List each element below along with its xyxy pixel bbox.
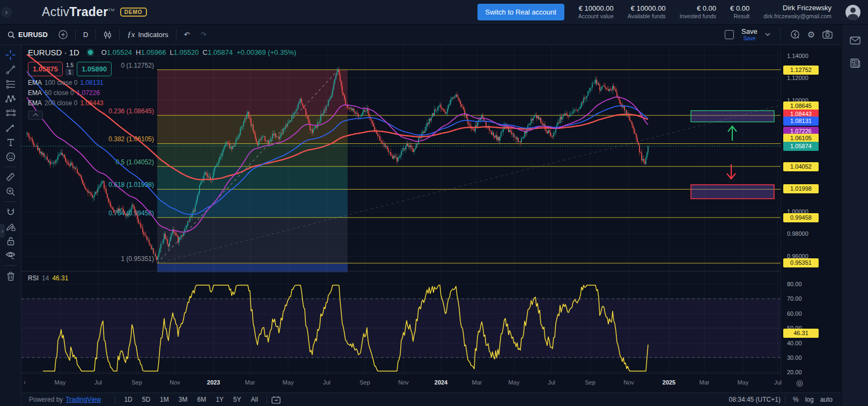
- time-axis-label: Mar: [472, 379, 482, 386]
- ema-legend-row[interactable]: EMA200 close 01.08443: [28, 99, 296, 107]
- demand-zone-box: [691, 185, 774, 199]
- news-icon[interactable]: [842, 54, 868, 72]
- indicator-legend: EMA100 close 01.08131EMA50 close 01.0722…: [28, 79, 296, 107]
- price-axis[interactable]: ◎ 1.140001.120001.100001.000000.980000.9…: [781, 45, 841, 393]
- layout-checkbox-icon[interactable]: [725, 30, 734, 39]
- rsi-legend[interactable]: RSI 14 46.31: [28, 274, 68, 282]
- chart-legend: EURUSD · 1D O1.05524H1.05966L1.05520C1.0…: [28, 48, 296, 120]
- projection-tool[interactable]: [3, 106, 19, 120]
- trash-tool[interactable]: [3, 269, 19, 283]
- alert-clock-icon[interactable]: [790, 30, 800, 39]
- camera-snapshot-icon[interactable]: [822, 30, 833, 39]
- indicators-button[interactable]: ƒx Indicators: [122, 27, 174, 42]
- price-badge: 1.04052: [783, 162, 819, 171]
- percent-scale-button[interactable]: %: [790, 395, 802, 404]
- go-to-date-icon[interactable]: [271, 396, 281, 404]
- time-axis[interactable]: ‹ MayJulSepNov2023MarMayJulSepNov2024Mar…: [21, 373, 781, 393]
- ruler-tool[interactable]: [3, 170, 19, 184]
- stat-value: € 0.00: [697, 4, 716, 13]
- axis-tick: 0.98000: [787, 230, 808, 237]
- axis-tick: 1.14000: [787, 53, 808, 59]
- time-axis-label: Sep: [131, 379, 142, 386]
- legend-collapse-button[interactable]: [28, 111, 43, 120]
- magnet-tool[interactable]: [3, 205, 19, 219]
- crosshair-tool[interactable]: [3, 48, 19, 62]
- time-axis-label: Jul: [774, 379, 782, 386]
- axis-tick: 1.12000: [787, 75, 808, 81]
- auto-scale-button[interactable]: auto: [817, 395, 836, 404]
- compare-add-button[interactable]: [53, 27, 73, 42]
- log-scale-button[interactable]: log: [802, 395, 817, 404]
- time-axis-label: Mar: [700, 379, 710, 386]
- bottom-panel-collapse-icon[interactable]: ‹: [24, 379, 26, 386]
- time-axis-label: Sep: [585, 379, 595, 386]
- mail-envelope-icon[interactable]: [842, 31, 868, 49]
- user-info[interactable]: Dirk Friczewsky dirk.friczewsky@gmail.co…: [763, 4, 832, 20]
- bottom-toolbar: Powered by TradingView 1D5D1M3M6M1Y5YAll…: [21, 393, 841, 406]
- toolbar-divider: [5, 265, 17, 266]
- range-button-5d[interactable]: 5D: [138, 395, 155, 404]
- fib-retracement-tool[interactable]: [3, 77, 19, 91]
- xabcd-pattern-tool[interactable]: [3, 91, 19, 106]
- emoji-tool[interactable]: [3, 149, 19, 164]
- axis-tick: 30.00: [787, 354, 802, 361]
- chart-area[interactable]: 0 (1.12752)0.236 (1.08645)0.382 (1.06105…: [21, 45, 781, 373]
- chevron-down-icon[interactable]: [765, 33, 770, 36]
- range-button-all[interactable]: All: [247, 395, 262, 404]
- price-badge: 1.01998: [783, 184, 819, 193]
- range-button-1m[interactable]: 1M: [156, 395, 173, 404]
- ohlc-values: O1.05524H1.05966L1.05520C1.05874+0.00369…: [101, 48, 296, 56]
- drawing-lock-tool[interactable]: [3, 219, 19, 234]
- switch-to-real-button[interactable]: Switch to Real account: [477, 4, 564, 20]
- time-axis-label: May: [738, 379, 749, 386]
- activtrader-app: › ActivTraderTM DEMO Switch to Real acco…: [0, 0, 868, 406]
- trend-line-tool[interactable]: [3, 62, 19, 77]
- ema-legend-row[interactable]: EMA100 close 01.08131: [28, 79, 296, 86]
- candles-icon: [104, 31, 112, 39]
- timeframe-button[interactable]: D: [78, 27, 93, 42]
- time-axis-label: 2024: [435, 379, 447, 386]
- time-axis-label: Nov: [398, 379, 409, 386]
- chart-toolbar: EURUSD D ƒx Indicators ↶ ↷ Save Save: [0, 25, 841, 45]
- watchlist-expand-handle[interactable]: ›: [0, 224, 5, 238]
- range-button-1y[interactable]: 1Y: [211, 395, 228, 404]
- settings-gear-icon[interactable]: ⚙: [807, 30, 815, 40]
- range-button-6m[interactable]: 6M: [193, 395, 210, 404]
- logo-text: Activ: [42, 5, 69, 19]
- time-axis-label: May: [509, 379, 520, 386]
- legend-symbol[interactable]: EURUSD · 1D: [28, 48, 79, 57]
- range-button-1d[interactable]: 1D: [120, 395, 136, 404]
- chart-style-button[interactable]: [98, 27, 117, 42]
- tradingview-link[interactable]: TradingView: [65, 396, 101, 403]
- symbol-search[interactable]: EURUSD: [2, 27, 53, 42]
- sell-button[interactable]: 1.05875: [28, 62, 63, 76]
- ema-legend-row[interactable]: EMA50 close 01.07226: [28, 89, 296, 97]
- range-button-3m[interactable]: 3M: [174, 395, 192, 404]
- rsi-value: 46.31: [52, 274, 68, 282]
- undo-icon: ↶: [184, 31, 190, 39]
- save-layout-button[interactable]: Save Save: [741, 28, 757, 41]
- arrow-marker-tool[interactable]: [3, 120, 19, 135]
- change-value: +0.00369 (+0.35%): [237, 48, 296, 56]
- user-avatar-icon[interactable]: [845, 5, 860, 20]
- hide-drawings-tool[interactable]: [3, 248, 19, 263]
- stat-label: Available funds: [628, 13, 666, 20]
- time-axis-label: Mar: [245, 379, 255, 386]
- scroll-to-realtime-icon[interactable]: ◎: [796, 378, 803, 388]
- lock-all-tool[interactable]: [3, 234, 19, 248]
- account-stat: € 10000.00Account value: [578, 4, 614, 20]
- undo-button[interactable]: ↶: [179, 27, 195, 42]
- toolbar-divider: [5, 166, 17, 167]
- clock-display[interactable]: 08:34:45 (UTC+1): [729, 396, 781, 403]
- stat-value: € 10000.00: [631, 4, 666, 13]
- header-expand-chevron[interactable]: ›: [1, 7, 12, 18]
- buy-button[interactable]: 1.05890: [77, 62, 112, 76]
- range-button-5y[interactable]: 5Y: [229, 395, 246, 404]
- redo-button[interactable]: ↷: [195, 27, 212, 42]
- fib-level-label: 0.382 (1.06105): [108, 135, 154, 143]
- zoom-in-tool[interactable]: [3, 184, 19, 199]
- time-axis-label: 2023: [207, 379, 220, 386]
- market-open-dot: [88, 50, 93, 55]
- quantity-value[interactable]: 1: [65, 69, 74, 76]
- text-tool[interactable]: [3, 135, 19, 149]
